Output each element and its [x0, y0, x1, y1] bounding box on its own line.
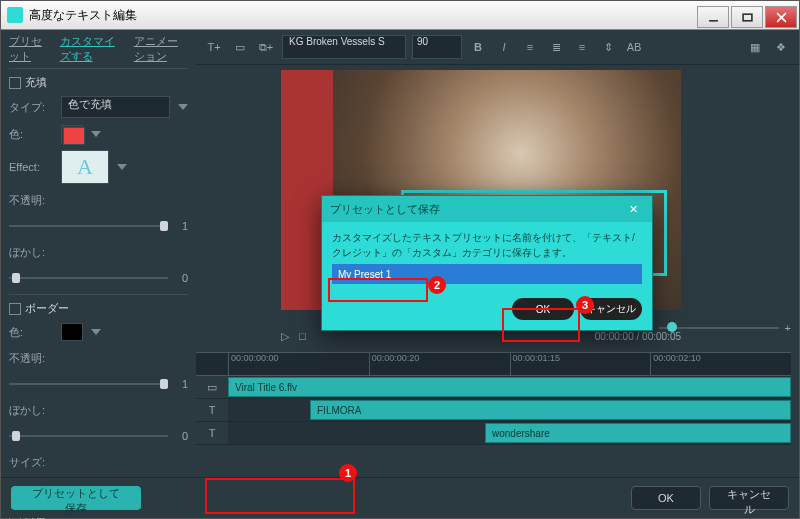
align-right-icon[interactable]: ≡ — [572, 37, 592, 57]
fill-opacity-value: 1 — [176, 220, 188, 232]
text-toolbar: T+ ▭ ⧉+ KG Broken Vessels S 90 B I ≡ ≣ ≡… — [196, 30, 799, 65]
border-color-swatch[interactable] — [61, 323, 83, 341]
effect-thumbnail[interactable]: A — [61, 150, 109, 184]
border-title: ボーダー — [25, 301, 69, 316]
ruler-tick: 00:00:00:20 — [369, 353, 510, 375]
chevron-down-icon — [91, 131, 101, 137]
chevron-down-icon — [91, 329, 101, 335]
track-text-icon: T — [196, 399, 228, 421]
text-clip[interactable]: wondershare — [485, 423, 791, 443]
align-center-icon[interactable]: ≣ — [546, 37, 566, 57]
save-as-preset-button[interactable]: プリセットとして保存 — [11, 486, 141, 510]
border-size-label: サイズ: — [9, 455, 53, 470]
bounding-box-icon[interactable]: ▭ — [230, 37, 250, 57]
add-image-icon[interactable]: ⧉+ — [256, 37, 276, 57]
video-clip[interactable]: Viral Title 6.flv — [228, 377, 791, 397]
char-spacing-icon[interactable]: AB — [624, 37, 644, 57]
chevron-down-icon — [117, 164, 127, 170]
app-icon — [7, 7, 23, 23]
zoom-in-icon[interactable]: + — [785, 322, 791, 334]
fill-type-select[interactable]: 色で充填 — [61, 96, 170, 118]
ruler-tick: 00:00:01:15 — [510, 353, 651, 375]
maximize-button[interactable] — [731, 6, 763, 28]
play-icon[interactable]: ▷ — [281, 330, 289, 343]
add-text-icon[interactable]: T+ — [204, 37, 224, 57]
border-opacity-label: 不透明: — [9, 351, 53, 366]
border-opacity-slider[interactable] — [9, 383, 168, 385]
tab-preset[interactable]: プリセット — [9, 34, 48, 64]
dialog-ok-button[interactable]: OK — [512, 298, 574, 320]
line-spacing-icon[interactable]: ⇕ — [598, 37, 618, 57]
dialog-cancel-button[interactable]: キャンセル — [580, 298, 642, 320]
timeline: 00:00:00:00 00:00:00:20 00:00:01:15 00:0… — [196, 352, 791, 445]
border-blur-value: 0 — [176, 430, 188, 442]
align-left-icon[interactable]: ≡ — [520, 37, 540, 57]
fill-title: 充填 — [25, 75, 47, 90]
fill-opacity-label: 不透明: — [9, 193, 53, 208]
fill-opacity-slider[interactable] — [9, 225, 168, 227]
border-blur-slider[interactable] — [9, 435, 168, 437]
timeline-ruler[interactable]: 00:00:00:00 00:00:00:20 00:00:01:15 00:0… — [196, 352, 791, 376]
tab-customize[interactable]: カスタマイズする — [60, 34, 122, 64]
text-clip[interactable]: FILMORA — [310, 400, 791, 420]
fill-blur-slider[interactable] — [9, 277, 168, 279]
sidebar: プリセット カスタマイズする アニメーション 充填 タイプ:色で充填 色: Ef… — [1, 30, 196, 519]
track-video-icon: ▭ — [196, 376, 228, 398]
ok-button[interactable]: OK — [631, 486, 701, 510]
dialog-title: プリセットとして保存 — [330, 202, 440, 217]
font-select[interactable]: KG Broken Vessels S — [282, 35, 406, 59]
tab-animation[interactable]: アニメーション — [134, 34, 188, 64]
bold-icon[interactable]: B — [468, 37, 488, 57]
italic-icon[interactable]: I — [494, 37, 514, 57]
footer: プリセットとして保存 OK キャンセル — [1, 477, 799, 518]
track-text-icon: T — [196, 422, 228, 444]
close-button[interactable] — [765, 6, 797, 28]
cancel-button[interactable]: キャンセル — [709, 486, 789, 510]
fill-blur-value: 0 — [176, 272, 188, 284]
border-color-label: 色: — [9, 325, 53, 340]
border-opacity-value: 1 — [176, 378, 188, 390]
fill-checkbox[interactable] — [9, 77, 21, 89]
fill-effect-label: Effect: — [9, 161, 53, 173]
ruler-tick: 00:00:02:10 — [650, 353, 791, 375]
fill-blur-label: ぼかし: — [9, 245, 53, 260]
zoom-slider[interactable] — [659, 327, 779, 329]
fill-color-label: 色: — [9, 127, 53, 142]
window-title: 高度なテキスト編集 — [29, 7, 697, 24]
title-bar: 高度なテキスト編集 — [1, 1, 799, 30]
grid-icon[interactable]: ▦ — [745, 37, 765, 57]
fill-type-label: タイプ: — [9, 100, 53, 115]
dialog-close-icon[interactable]: ✕ — [622, 198, 644, 220]
dialog-message: カスタマイズしたテキストプリセットに名前を付けて、「テキスト/クレジット」の「カ… — [332, 230, 642, 260]
minimize-button[interactable] — [697, 6, 729, 28]
fill-color-swatch[interactable] — [61, 125, 83, 143]
preset-name-input[interactable] — [332, 264, 642, 284]
stop-icon[interactable]: □ — [299, 330, 306, 342]
border-blur-label: ぼかし: — [9, 403, 53, 418]
svg-rect-1 — [743, 14, 752, 21]
border-checkbox[interactable] — [9, 303, 21, 315]
layers-icon[interactable]: ❖ — [771, 37, 791, 57]
font-size-select[interactable]: 90 — [412, 35, 462, 59]
ruler-tick: 00:00:00:00 — [228, 353, 369, 375]
save-preset-dialog: プリセットとして保存 ✕ カスタマイズしたテキストプリセットに名前を付けて、「テ… — [321, 195, 653, 331]
chevron-down-icon — [178, 104, 188, 110]
